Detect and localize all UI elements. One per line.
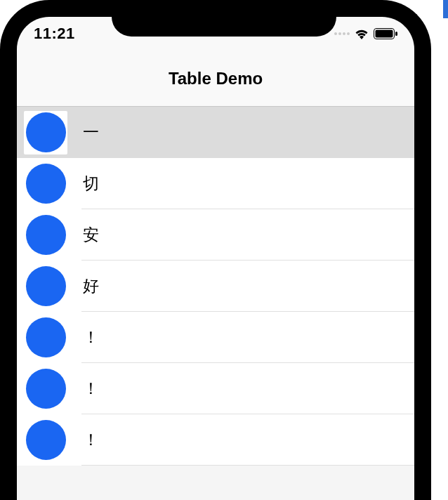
- row-icon-wrap: [24, 316, 67, 360]
- row-separator: [81, 465, 414, 466]
- table-row[interactable]: 切: [17, 158, 414, 209]
- circle-icon: [26, 164, 66, 204]
- table-row[interactable]: 好: [17, 261, 414, 312]
- cellular-dots-icon: [334, 32, 350, 35]
- screen: 11:21 Table Demo: [17, 17, 414, 500]
- right-edge-hint: [443, 0, 448, 18]
- row-label: 好: [83, 275, 414, 297]
- svg-rect-1: [376, 30, 393, 38]
- row-label: ！: [83, 429, 414, 451]
- circle-icon: [26, 266, 66, 306]
- row-label: ！: [83, 327, 414, 348]
- row-label: 安: [83, 224, 414, 246]
- notch: [112, 0, 336, 37]
- row-icon-wrap: [24, 213, 67, 257]
- wifi-icon: [354, 27, 369, 40]
- row-icon-wrap: [24, 265, 67, 308]
- table-row[interactable]: ！: [17, 414, 414, 466]
- row-icon-wrap: [24, 419, 67, 462]
- device-frame: 11:21 Table Demo: [0, 0, 448, 500]
- row-icon-wrap: [24, 367, 67, 411]
- circle-icon: [26, 317, 66, 357]
- table-row[interactable]: 一: [17, 107, 414, 158]
- circle-icon: [26, 215, 66, 255]
- circle-icon: [26, 369, 66, 409]
- nav-bar: Table Demo: [17, 51, 414, 107]
- nav-title: Table Demo: [169, 69, 263, 88]
- circle-icon: [26, 420, 66, 460]
- battery-icon: [374, 28, 397, 39]
- table-row[interactable]: ！: [17, 312, 414, 363]
- table-row[interactable]: 安: [17, 209, 414, 261]
- table[interactable]: 一 切 安 好: [17, 107, 414, 466]
- svg-rect-2: [395, 32, 397, 36]
- row-icon-wrap: [24, 162, 67, 206]
- circle-icon: [26, 112, 66, 152]
- right-edge: [431, 0, 448, 500]
- row-label: ！: [83, 378, 414, 400]
- table-row[interactable]: ！: [17, 363, 414, 414]
- row-icon-wrap: [24, 111, 67, 154]
- status-icons: [334, 27, 397, 40]
- row-label: 一: [83, 121, 414, 143]
- status-time: 11:21: [34, 25, 75, 43]
- row-label: 切: [83, 173, 414, 195]
